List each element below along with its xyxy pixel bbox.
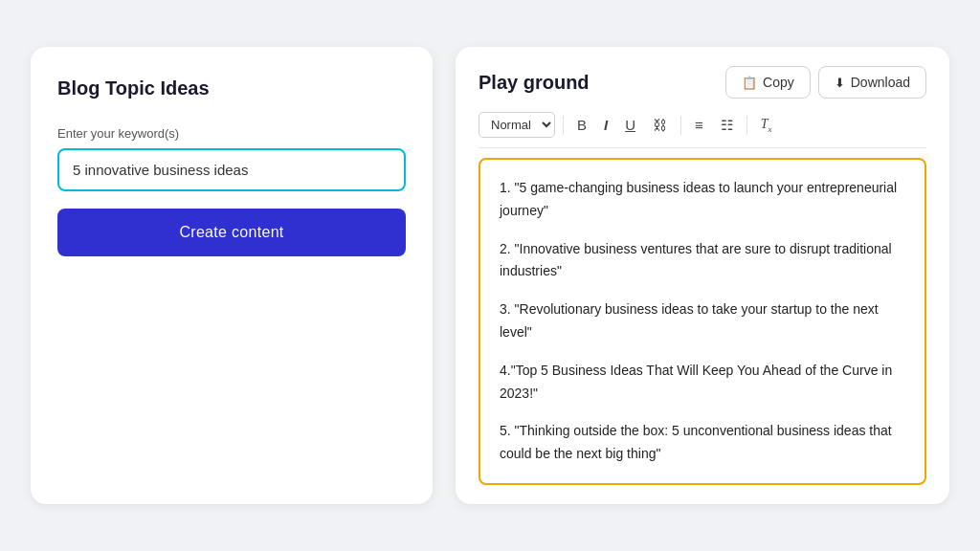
toolbar-divider-3 (746, 116, 747, 135)
link-button[interactable]: ⛓ (647, 113, 673, 137)
italic-button[interactable]: I (598, 113, 613, 137)
unordered-list-button[interactable]: ☷ (715, 113, 739, 138)
content-item: 5. "Thinking outside the box: 5 unconven… (500, 420, 905, 466)
content-item: 3. "Revolutionary business ideas to take… (500, 298, 905, 344)
input-label: Enter your keyword(s) (57, 126, 406, 141)
keyword-input[interactable] (57, 148, 406, 191)
clear-format-icon: Tx (761, 117, 772, 134)
right-panel: Play ground 📋 Copy ⬇ Download Normal B I (456, 47, 949, 504)
clear-format-button[interactable]: Tx (755, 113, 778, 138)
toolbar-divider-1 (563, 116, 564, 135)
download-icon: ⬇ (835, 76, 845, 90)
ordered-list-button[interactable]: ≡ (689, 113, 709, 137)
underline-label: U (625, 117, 635, 133)
ordered-list-icon: ≡ (695, 117, 703, 133)
content-area: 1. "5 game-changing business ideas to la… (479, 158, 926, 485)
link-icon: ⛓ (653, 117, 667, 133)
editor-toolbar: Normal B I U ⛓ ≡ ☷ Tx (479, 112, 926, 148)
right-panel-header: Play ground 📋 Copy ⬇ Download (479, 66, 926, 99)
content-item: 1. "5 game-changing business ideas to la… (500, 177, 905, 223)
download-button-label: Download (851, 75, 910, 90)
copy-icon: 📋 (742, 76, 757, 90)
copy-button-label: Copy (763, 75, 794, 90)
main-container: Blog Topic Ideas Enter your keyword(s) C… (31, 47, 949, 504)
left-panel: Blog Topic Ideas Enter your keyword(s) C… (31, 47, 433, 504)
create-content-button[interactable]: Create content (57, 209, 406, 256)
unordered-list-icon: ☷ (721, 117, 733, 134)
toolbar-divider-2 (680, 116, 681, 135)
header-actions: 📋 Copy ⬇ Download (725, 66, 926, 99)
right-panel-title: Play ground (479, 72, 590, 94)
bold-button[interactable]: B (571, 113, 592, 137)
download-button[interactable]: ⬇ Download (818, 66, 926, 99)
content-item: 4."Top 5 Business Ideas That Will Keep Y… (500, 360, 905, 406)
left-panel-title: Blog Topic Ideas (57, 77, 406, 99)
format-select[interactable]: Normal (479, 112, 555, 138)
copy-button[interactable]: 📋 Copy (725, 66, 811, 99)
underline-button[interactable]: U (619, 113, 641, 137)
content-item: 2. "Innovative business ventures that ar… (500, 238, 905, 284)
